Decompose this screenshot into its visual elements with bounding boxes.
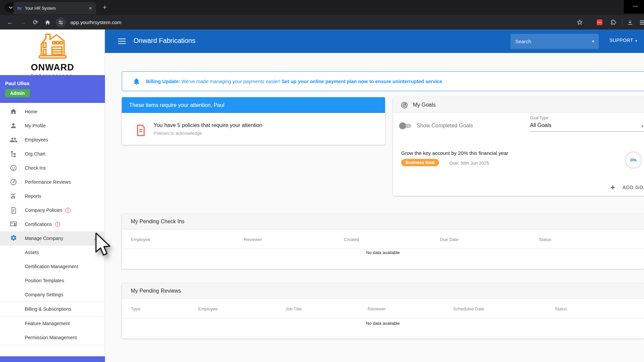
sidebar-item-my-profile[interactable]: My Profile <box>0 119 105 133</box>
column-header[interactable]: Created <box>344 237 440 242</box>
goal-type-underline <box>530 131 644 132</box>
search-placeholder: Search <box>515 39 531 44</box>
browser-toolbar: ← → ⟳ app.yourhrsystem.com ••• <box>0 14 644 29</box>
goals-title: My Goals <box>413 102 436 108</box>
sidebar-item-reports[interactable]: Reports <box>0 189 105 203</box>
download-icon <box>627 19 633 25</box>
attention-card-header: These items require your attention, Paul <box>122 97 385 113</box>
add-goal-button[interactable]: + ADD GOAL <box>610 183 644 192</box>
sidebar-item-home[interactable]: Home <box>0 105 105 119</box>
url-bar[interactable]: app.yourhrsystem.com <box>70 15 121 30</box>
extensions-button[interactable] <box>608 15 619 30</box>
people-icon <box>9 136 17 144</box>
reading-list-button[interactable] <box>637 15 644 30</box>
sidebar-item-label: My Profile <box>25 123 46 128</box>
subitem-label: Billing & Subscriptions <box>25 306 71 312</box>
column-header[interactable]: Scheduled Date <box>453 306 555 311</box>
bookmark-star-button[interactable] <box>574 15 585 30</box>
main-content: Billing Update: We've made managing your… <box>105 53 644 362</box>
hamburger-menu-icon[interactable] <box>118 39 126 44</box>
column-header[interactable]: Status <box>555 306 644 311</box>
column-header[interactable]: Due Date <box>440 237 539 242</box>
column-header[interactable]: Job Title <box>285 306 368 311</box>
sidebar-item-employees[interactable]: Employees <box>0 133 105 147</box>
home-button[interactable] <box>42 15 53 30</box>
reviews-card-header: My Pending Reviews <box>122 283 644 299</box>
document-icon <box>9 206 17 214</box>
support-menu[interactable]: SUPPORT▾ <box>609 38 637 43</box>
search-input[interactable]: Search ▾ <box>511 34 599 49</box>
sidebar-item-label: Manage Company <box>25 236 63 241</box>
user-card[interactable]: Paul Ulloa Admin <box>0 75 105 103</box>
banner-message: We've made managing your payments easier… <box>180 79 281 84</box>
checkins-empty-state: No data available <box>122 250 644 255</box>
sidebar-item-performance-reviews[interactable]: Performance Reviews <box>0 175 105 189</box>
subitem-label: Certification Management <box>25 264 78 269</box>
reviews-empty-state: No data available <box>122 321 644 326</box>
app-title: Onward Fabrications <box>133 37 196 45</box>
column-header[interactable]: Reviewer <box>368 306 453 311</box>
sidebar-item-label: Home <box>25 109 37 114</box>
divider <box>0 345 105 345</box>
site-info-button[interactable] <box>56 17 66 27</box>
sidebar-subitem-position-templates[interactable]: Position Templates <box>0 274 105 288</box>
sidebar-item-label: Employees <box>25 137 48 142</box>
forward-button[interactable]: → <box>17 15 28 30</box>
sidebar-item-label: Check Ins <box>25 165 46 171</box>
goal-title[interactable]: Grow the key account by 20% this financi… <box>401 150 508 156</box>
downloads-button[interactable] <box>625 15 635 30</box>
sidebar-subitem-company-settings[interactable]: Company Settings <box>0 288 105 302</box>
home-icon <box>45 19 51 25</box>
column-header[interactable]: Employee <box>198 306 285 311</box>
subitem-label: Feature Management <box>25 321 70 326</box>
goal-type-label: Goal Type <box>530 116 548 120</box>
user-name: Paul Ulloa <box>5 80 30 86</box>
sidebar-item-certifications[interactable]: Certifications <box>0 217 105 231</box>
sidebar-subitem-feature-management[interactable]: Feature Management <box>0 316 105 330</box>
column-header[interactable]: Status <box>539 237 644 242</box>
menu-lines-icon <box>640 20 644 24</box>
new-tab-button[interactable]: + <box>100 3 109 11</box>
sidebar-item-label: Org Chart <box>25 151 45 157</box>
company-logo: ONWARD Fabrications <box>0 31 105 77</box>
sidebar-bottom-accent <box>0 356 105 362</box>
target-icon <box>400 101 408 109</box>
subitem-label: Position Templates <box>25 278 64 283</box>
goal-type-select[interactable]: All Goals <box>530 122 551 128</box>
column-header[interactable]: Type <box>131 306 198 311</box>
logo-title: ONWARD <box>0 62 105 73</box>
column-header[interactable]: Employee <box>131 237 244 242</box>
sidebar-item-manage-company[interactable]: Manage Company <box>0 231 105 245</box>
checkins-title: My Pending Check Ins <box>131 219 184 225</box>
back-button[interactable]: ← <box>5 15 15 30</box>
sidebar-subitem-assets[interactable]: Assets <box>0 245 105 259</box>
banner-text: Billing Update: We've made managing your… <box>146 79 443 84</box>
tab-close-icon[interactable]: × <box>89 5 92 11</box>
sidebar-subitem-certification-management[interactable]: Certification Management <box>0 259 105 274</box>
sidebar-item-check-ins[interactable]: Check Ins <box>0 161 105 175</box>
checkins-card-header: My Pending Check Ins <box>122 214 644 230</box>
tab-title: Your HR System <box>25 6 86 11</box>
show-completed-goals-toggle[interactable] <box>399 122 413 130</box>
reviews-title: My Pending Reviews <box>131 288 181 294</box>
sidebar-subitem-billing-subscriptions[interactable]: Billing & Subscriptions <box>0 302 105 316</box>
window-minimize-button[interactable]: — <box>633 3 638 8</box>
subitem-label: Assets <box>25 250 39 255</box>
browser-tab[interactable]: hr Your HR System × <box>13 2 96 14</box>
sidebar-subitem-permission-management[interactable]: Permission Management <box>0 330 105 345</box>
add-goal-label: ADD GOAL <box>623 185 644 190</box>
banner-link[interactable]: Set up your online payment plan now to e… <box>282 79 442 84</box>
column-header[interactable]: Reviewer <box>244 237 344 242</box>
sidebar-item-org-chart[interactable]: Org Chart <box>0 147 105 161</box>
attention-item-title[interactable]: You have 5 policies that require your at… <box>154 122 262 128</box>
business-goal-badge: Business Goal <box>401 159 439 166</box>
sidebar-item-label: Reports <box>25 193 41 199</box>
extension-red-icon[interactable]: ••• <box>597 19 602 25</box>
puzzle-icon <box>610 19 616 25</box>
search-caret-icon: ▾ <box>592 34 594 49</box>
reload-button[interactable]: ⟳ <box>30 15 41 30</box>
banner-suffix: . <box>442 79 443 84</box>
gear-icon <box>9 234 17 242</box>
home-icon <box>9 108 17 116</box>
sidebar-item-company-policies[interactable]: Company Policies <box>0 203 105 217</box>
